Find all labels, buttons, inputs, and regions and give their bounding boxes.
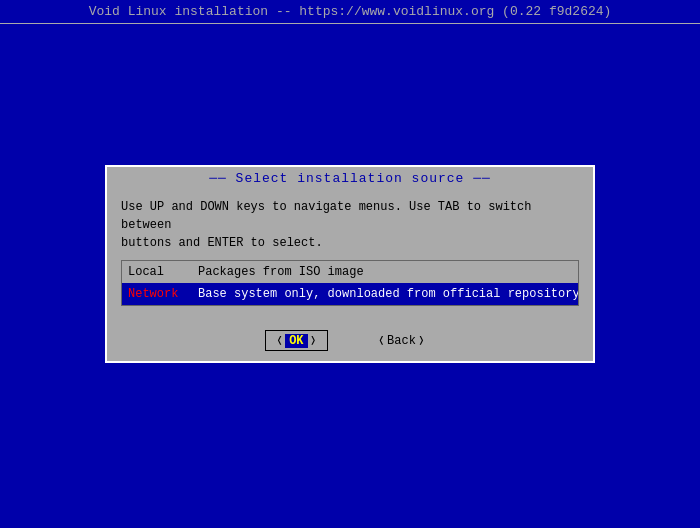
dialog-title-text: ── Select installation source ── [209, 171, 491, 186]
ok-right-arrow: ❭ [310, 333, 317, 348]
dialog: ── Select installation source ── Use UP … [105, 165, 595, 363]
screen: Void Linux installation -- https://www.v… [0, 0, 700, 528]
local-key: Local [128, 263, 198, 281]
menu-item-local[interactable]: Local Packages from ISO image [122, 261, 578, 283]
title-bar: Void Linux installation -- https://www.v… [0, 0, 700, 24]
local-desc: Packages from ISO image [198, 263, 364, 281]
ok-left-arrow: ❬ [276, 333, 283, 348]
back-left-arrow: ❬ [378, 333, 385, 348]
ok-button[interactable]: ❬ OK ❭ [265, 330, 328, 351]
dialog-body: Use UP and DOWN keys to navigate menus. … [107, 190, 593, 322]
ok-label: OK [285, 334, 307, 348]
menu-box: Local Packages from ISO image Network Ba… [121, 260, 579, 306]
back-label: Back [387, 334, 416, 348]
network-desc: Base system only, downloaded from offici… [198, 285, 579, 303]
back-right-arrow: ❭ [418, 333, 425, 348]
title-text: Void Linux installation -- https://www.v… [89, 4, 612, 19]
network-key: Network [128, 285, 198, 303]
dialog-title: ── Select installation source ── [107, 167, 593, 190]
instruction-text: Use UP and DOWN keys to navigate menus. … [121, 198, 579, 252]
back-button[interactable]: ❬ Back ❭ [368, 330, 435, 351]
menu-item-network[interactable]: Network Base system only, downloaded fro… [122, 283, 578, 305]
dialog-footer: ❬ OK ❭ ❬ Back ❭ [107, 322, 593, 361]
